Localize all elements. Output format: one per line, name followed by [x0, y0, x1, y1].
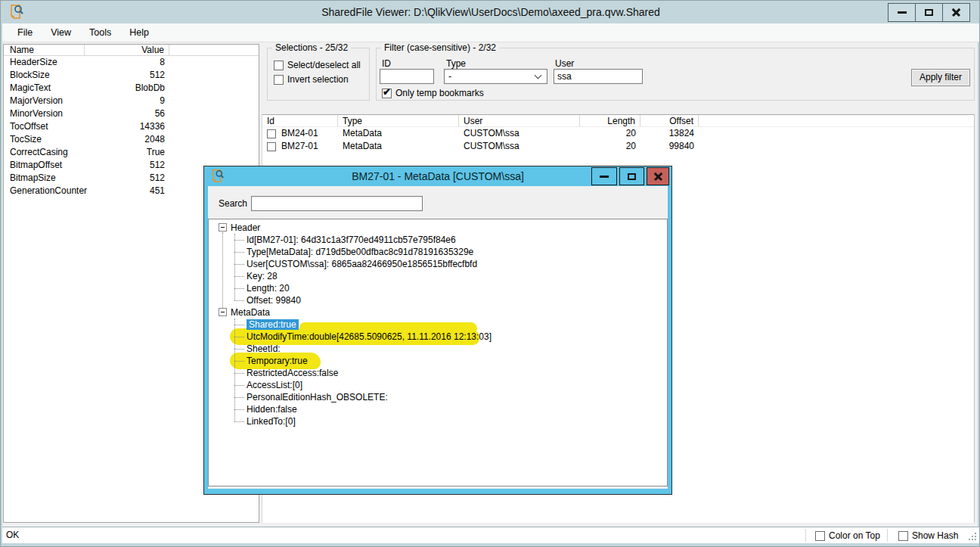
properties-header: Name Value — [4, 45, 259, 56]
column-header-offset[interactable]: Offset — [640, 115, 699, 126]
property-name: MagicText — [4, 82, 85, 95]
menu-item-view[interactable]: View — [43, 23, 79, 42]
filter-title: Filter (case-sensitive) - 2/32 — [381, 42, 499, 53]
window-controls — [889, 3, 970, 22]
tree-item[interactable]: PersonalEditionHash_OBSOLETE: — [209, 391, 667, 403]
property-row[interactable]: CorrectCasingTrue — [4, 146, 259, 159]
menu-item-help[interactable]: Help — [122, 23, 157, 42]
column-header-id[interactable]: Id — [262, 115, 338, 126]
search-input[interactable] — [251, 196, 423, 211]
tree-item[interactable]: Hidden:false — [209, 403, 667, 415]
property-name: MinorVersion — [4, 107, 85, 120]
tree-item-text: Key: 28 — [247, 271, 278, 281]
column-header-length[interactable]: Length — [580, 115, 640, 126]
only-temp-bookmarks-checkbox-row: ✔ Only temp bookmarks — [382, 88, 484, 98]
color-on-top-label: Color on Top — [829, 530, 880, 541]
property-name: CorrectCasing — [4, 146, 85, 159]
maximize-button[interactable] — [915, 3, 943, 22]
menu-item-file[interactable]: File — [10, 23, 40, 42]
selection-option-row: Select/deselect all — [274, 60, 361, 70]
minimize-icon — [898, 11, 907, 14]
property-value: 56 — [85, 107, 169, 120]
tree-item-text: Offset: 99840 — [247, 295, 301, 306]
tree-collapse-icon[interactable] — [219, 308, 227, 316]
property-row[interactable]: MagicTextBlobDb — [4, 82, 259, 95]
tree-item-text: PersonalEditionHash_OBSOLETE: — [247, 392, 388, 402]
type-filter-select[interactable]: - — [444, 69, 547, 84]
minimize-button[interactable] — [888, 3, 916, 22]
sharedfile-viewer-window: SharedFile Viewer: D:\QlikView\UserDocs\… — [0, 0, 980, 547]
column-header-value[interactable]: Value — [85, 45, 169, 55]
property-row[interactable]: MajorVersion9 — [4, 95, 259, 107]
property-name: MajorVersion — [4, 95, 85, 107]
bookmark-checkbox[interactable] — [267, 129, 276, 138]
tree-item[interactable]: Key: 28 — [209, 270, 667, 282]
tree-item-text: SheetId: — [247, 343, 281, 354]
tree-node-metadata[interactable]: MetaData — [209, 306, 667, 319]
bookmark-length: 20 — [580, 127, 640, 140]
property-value: 512 — [85, 69, 169, 82]
tree-item-text: Hidden:false — [247, 404, 297, 415]
bookmark-length: 20 — [580, 140, 640, 153]
bookmark-user: CUSTOM\ssa — [459, 140, 580, 153]
tree-item[interactable]: SheetId: — [209, 343, 667, 355]
close-button[interactable] — [942, 3, 970, 22]
id-filter-input[interactable] — [380, 69, 434, 84]
property-name: GenerationCounter — [4, 185, 85, 197]
property-value: 14336 — [85, 120, 169, 133]
tree-item[interactable]: UtcModifyTime:double[42685.5090625, 11.1… — [209, 331, 667, 343]
dialog-close-button[interactable] — [647, 167, 669, 185]
resize-grip[interactable] — [968, 532, 977, 541]
tree-item[interactable]: AccessList:[0] — [209, 379, 667, 391]
property-value: 2048 — [85, 133, 169, 146]
tree-item[interactable]: Id[BM27-01]: 64d31c1a3f770ed4911cb57e795… — [209, 234, 667, 246]
type-filter-value: - — [445, 71, 535, 82]
tree-item-text: Length: 20 — [247, 283, 290, 294]
property-row[interactable]: TocOffset14336 — [4, 120, 259, 133]
selection-option-checkbox-1[interactable] — [274, 75, 284, 85]
tree-item[interactable]: User[CUSTOM\ssa]: 6865aa82466950e1856515… — [209, 258, 667, 270]
tree-node-header[interactable]: Header — [209, 222, 667, 234]
property-row[interactable]: BlockSize512 — [4, 69, 259, 82]
user-filter-input[interactable] — [554, 69, 643, 84]
column-header-type[interactable]: Type — [338, 115, 459, 126]
dialog-minimize-button[interactable] — [591, 167, 617, 185]
bookmark-checkbox[interactable] — [267, 142, 276, 151]
property-row[interactable]: MinorVersion56 — [4, 107, 259, 120]
show-hash-checkbox[interactable] — [898, 531, 908, 541]
selection-option-row: Invert selection — [274, 74, 349, 85]
window-frame-bottom — [1, 543, 980, 547]
tree-collapse-icon[interactable] — [219, 223, 227, 232]
bookmark-offset: 13824 — [640, 127, 699, 140]
maximize-icon — [628, 173, 636, 180]
status-bar: OK Color on Top Show Hash — [2, 527, 979, 543]
bookmark-row[interactable]: BM27-01MetaDataCUSTOM\ssa2099840 — [262, 140, 974, 153]
type-label: Type — [446, 59, 466, 69]
column-header-user[interactable]: User — [459, 115, 580, 126]
property-value: 9 — [85, 95, 169, 107]
bookmark-id: BM27-01 — [281, 140, 318, 153]
bookmark-id-cell: BM27-01 — [262, 140, 338, 153]
color-on-top-checkbox[interactable] — [815, 531, 825, 541]
tree-item[interactable]: RestrictedAccess:false — [209, 367, 667, 379]
dialog-maximize-button[interactable] — [619, 167, 644, 185]
close-icon — [951, 8, 961, 17]
menu-item-tools[interactable]: Tools — [82, 23, 119, 42]
tree-item-text: RestrictedAccess:false — [247, 368, 338, 378]
tree-item-text: Id[BM27-01]: 64d31c1a3f770ed4911cb57e795… — [247, 235, 456, 245]
tree-item[interactable]: Type[MetaData]: d719d5be00dfbac8c91d7819… — [209, 246, 667, 258]
apply-filter-button[interactable]: Apply filter — [911, 69, 970, 86]
tree-item[interactable]: Offset: 99840 — [209, 294, 667, 306]
property-row[interactable]: HeaderSize8 — [4, 56, 259, 69]
tree-item[interactable]: Temporary:true — [209, 355, 667, 367]
property-row[interactable]: TocSize2048 — [4, 133, 259, 146]
bookmark-row[interactable]: BM24-01MetaDataCUSTOM\ssa2013824 — [262, 127, 974, 140]
property-name: BitmapSize — [4, 172, 85, 185]
column-header-name[interactable]: Name — [4, 45, 85, 55]
only-temp-bookmarks-checkbox[interactable]: ✔ — [382, 89, 392, 98]
tree-item[interactable]: LinkedTo:[0] — [209, 415, 667, 427]
tree-item[interactable]: Length: 20 — [209, 282, 667, 294]
property-name: BlockSize — [4, 69, 85, 82]
tree-item[interactable]: Shared:true — [209, 319, 667, 331]
selection-option-checkbox-0[interactable] — [274, 61, 284, 70]
